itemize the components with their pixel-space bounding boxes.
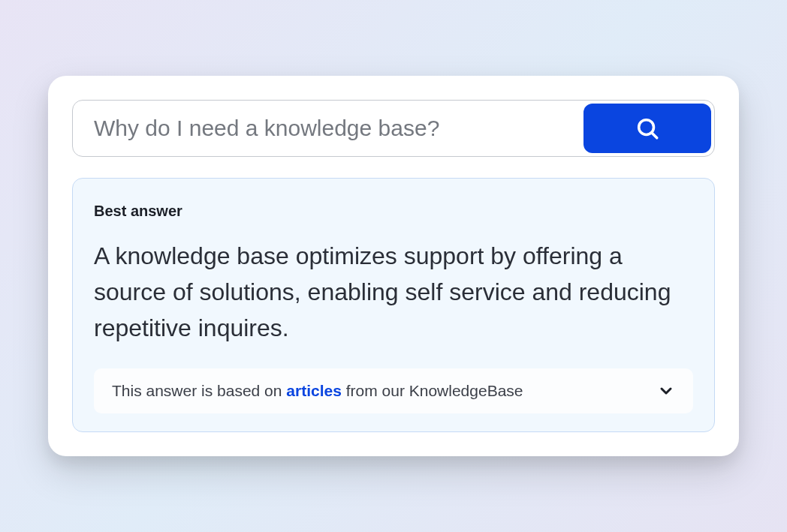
source-link[interactable]: articles	[286, 382, 342, 399]
svg-line-1	[652, 133, 657, 138]
source-prefix: This answer is based on	[112, 382, 286, 399]
source-expander[interactable]: This answer is based on articles from ou…	[94, 368, 693, 413]
answer-card: Best answer A knowledge base optimizes s…	[48, 76, 739, 456]
source-text: This answer is based on articles from ou…	[112, 382, 523, 400]
source-suffix: from our KnowledgeBase	[342, 382, 523, 399]
chevron-down-icon	[657, 382, 675, 400]
answer-panel: Best answer A knowledge base optimizes s…	[72, 178, 715, 432]
search-input[interactable]	[76, 104, 583, 153]
search-icon	[635, 116, 660, 141]
search-button[interactable]	[583, 104, 711, 153]
answer-text: A knowledge base optimizes support by of…	[94, 238, 693, 346]
answer-label: Best answer	[94, 203, 693, 220]
search-bar	[72, 100, 715, 157]
